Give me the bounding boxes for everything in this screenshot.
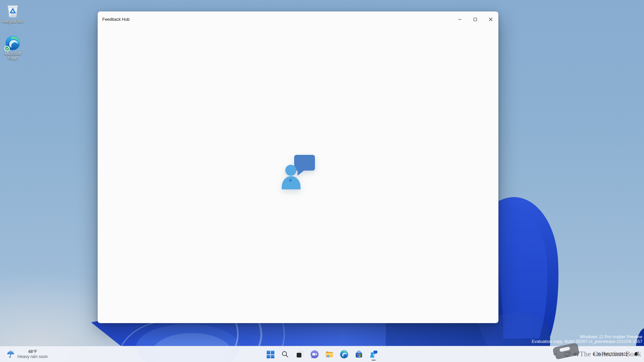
search-icon bbox=[281, 350, 289, 358]
desktop-icon-recycle-bin[interactable]: Recycle Bin bbox=[2, 2, 23, 24]
quick-settings-button[interactable] bbox=[563, 348, 581, 361]
edge-icon bbox=[5, 35, 20, 51]
volume-icon bbox=[572, 351, 579, 358]
taskbar: 48°F Heavy rain soon bbox=[0, 346, 644, 362]
chat-icon bbox=[310, 350, 319, 359]
checkmark-badge-icon bbox=[4, 46, 10, 51]
feedback-hub-icon bbox=[369, 350, 378, 359]
recycle-bin-icon bbox=[5, 2, 20, 18]
task-view-icon bbox=[296, 350, 304, 358]
taskbar-feedback-hub-button[interactable] bbox=[367, 348, 380, 361]
desktop-icon-label: Recycle Bin bbox=[2, 19, 23, 24]
desktop-icon-label: Microsoft Edge bbox=[3, 52, 22, 60]
file-explorer-icon bbox=[325, 350, 334, 359]
window-titlebar[interactable]: Feedback Hub bbox=[98, 11, 498, 27]
taskbar-store-button[interactable] bbox=[352, 348, 366, 361]
minimize-button[interactable] bbox=[452, 11, 468, 27]
umbrella-rain-icon bbox=[6, 350, 15, 359]
taskbar-start-button[interactable] bbox=[264, 348, 277, 361]
bell-do-not-disturb-icon: z bbox=[633, 351, 640, 358]
minimize-icon bbox=[458, 17, 462, 21]
taskbar-task-view-button[interactable] bbox=[293, 348, 307, 361]
maximize-icon bbox=[473, 17, 477, 21]
feedback-hub-window: Feedback Hub bbox=[98, 11, 498, 323]
taskbar-search-button[interactable] bbox=[278, 348, 292, 361]
close-icon bbox=[489, 17, 493, 21]
hidden-icons-chevron-button[interactable] bbox=[551, 348, 560, 361]
weather-condition: Heavy rain soon bbox=[17, 354, 48, 359]
microsoft-store-icon bbox=[355, 350, 363, 359]
edge-icon bbox=[340, 350, 348, 359]
taskbar-edge-button[interactable] bbox=[337, 348, 351, 361]
insider-build-watermark: Windows 11 Pro Insider Preview Evaluatio… bbox=[532, 335, 642, 344]
svg-text:z: z bbox=[638, 351, 639, 353]
close-button[interactable] bbox=[483, 11, 498, 27]
network-icon bbox=[564, 351, 571, 358]
weather-widget-button[interactable]: 48°F Heavy rain soon bbox=[3, 346, 50, 362]
tray-time: 6:29 PM bbox=[593, 352, 608, 357]
notification-bell-button[interactable]: z bbox=[631, 348, 641, 361]
feedback-hub-splash-icon bbox=[281, 155, 315, 190]
tray-date: 12/10/2022 bbox=[608, 352, 628, 357]
taskbar-file-explorer-button[interactable] bbox=[323, 348, 336, 361]
clock-button[interactable]: 6:29 PM 12/10/2022 bbox=[591, 348, 629, 361]
window-title: Feedback Hub bbox=[102, 11, 129, 27]
watermark-line1: Windows 11 Pro Insider Preview bbox=[532, 335, 642, 339]
start-icon bbox=[267, 351, 274, 358]
watermark-line2: Evaluation copy. Build 25267.rs_prerelea… bbox=[532, 339, 642, 344]
chevron-up-icon bbox=[552, 351, 559, 358]
weather-temperature: 48°F bbox=[17, 349, 48, 354]
maximize-button[interactable] bbox=[468, 11, 483, 27]
desktop-icon-microsoft-edge[interactable]: Microsoft Edge bbox=[2, 35, 23, 60]
taskbar-chat-button[interactable] bbox=[308, 348, 321, 361]
active-app-indicator bbox=[372, 360, 376, 361]
